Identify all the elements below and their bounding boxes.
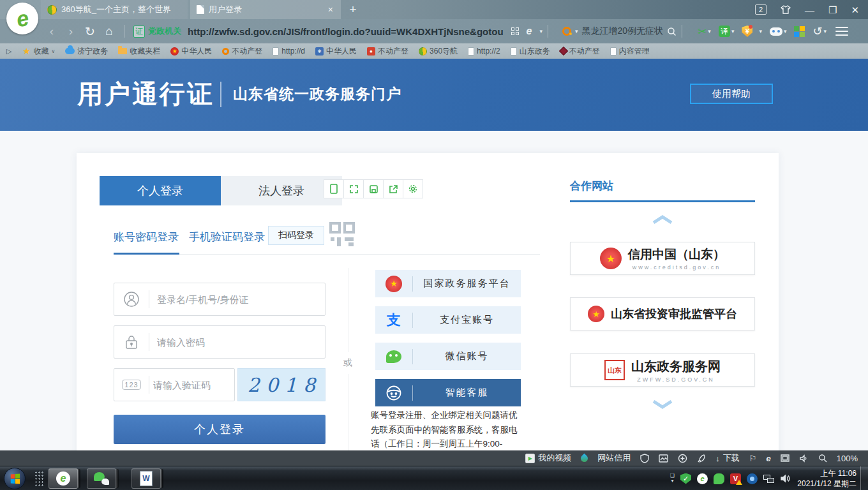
volume-icon[interactable]	[780, 474, 790, 483]
browser-tab-login[interactable]: 用户登录 ×	[190, 0, 341, 19]
bookmark-item[interactable]: 济宁政务	[65, 46, 108, 57]
zoom-level[interactable]: 100%	[837, 454, 858, 463]
chevron-down-icon[interactable]	[647, 399, 678, 412]
screenshot-tool-button[interactable]: ✂▾	[695, 25, 714, 38]
games-button[interactable]: ▾	[767, 27, 789, 36]
translate-button[interactable]: 译▾	[716, 26, 737, 37]
search-query[interactable]: 黑龙江增20例无症状	[582, 26, 664, 37]
zoom-search-icon[interactable]	[818, 454, 827, 463]
help-button[interactable]: 使用帮助	[690, 84, 773, 104]
start-button[interactable]	[4, 468, 26, 489]
image-mode-icon[interactable]	[659, 454, 668, 463]
tab-password-login[interactable]: 账号密码登录	[114, 230, 179, 244]
search-icon[interactable]	[667, 27, 677, 36]
wallet-shield-button[interactable]: ¥▾	[739, 26, 765, 37]
home-button[interactable]: ⌂	[100, 24, 119, 38]
tray-wechat-icon[interactable]	[714, 473, 724, 484]
bookmark-item[interactable]: ❄中华人民	[315, 46, 357, 57]
chevron-up-icon[interactable]	[647, 214, 678, 227]
bookmark-item[interactable]: 山东政务	[511, 46, 550, 57]
bookmarks-expand-icon[interactable]: ▷	[6, 47, 11, 56]
site-cert-badge[interactable]: 证 党政机关	[133, 26, 181, 38]
apps-grid-button[interactable]	[791, 26, 807, 37]
tray-vmware-warning-icon[interactable]: V	[730, 473, 741, 484]
bookmark-folder[interactable]: 收藏夹栏	[118, 46, 160, 57]
tab-sms-login[interactable]: 手机验证码登录	[189, 230, 265, 244]
qr-login-icon[interactable]	[329, 222, 355, 250]
flag-feedback-icon[interactable]: ⚐	[749, 454, 757, 463]
360-page-icon[interactable]: e	[527, 26, 532, 37]
mobile-view-icon[interactable]	[324, 179, 344, 198]
tray-expand-icon[interactable]: ❏▾	[670, 473, 675, 484]
bookmark-item[interactable]: http://2	[468, 47, 500, 56]
speed-mode-icon[interactable]	[678, 454, 687, 463]
partner-shandong-gov-service[interactable]: 山东 山东政务服务网 ZWFW.SD.GOV.CN	[570, 353, 755, 387]
browser-360-logo[interactable]: e	[6, 3, 38, 34]
download-button[interactable]: ↓下载	[715, 452, 740, 464]
username-input[interactable]	[149, 294, 325, 305]
tray-360-browser-icon[interactable]: e	[697, 473, 708, 484]
menu-button[interactable]	[835, 24, 848, 38]
address-dropdown-icon[interactable]: ▾	[539, 28, 542, 34]
bookmarks-bar: ▷ ★收藏∨ 济宁政务 收藏夹栏 ★中华人民 不动产登 http://d ❄中华…	[0, 43, 868, 59]
search-engine-dropdown-icon[interactable]: ▾	[575, 28, 578, 34]
tab-personal-login[interactable]: 个人登录	[100, 176, 221, 205]
minimize-button[interactable]: —	[805, 5, 814, 15]
partner-investment-platform[interactable]: ★ 山东省投资审批监管平台	[570, 297, 755, 330]
taskbar-clock[interactable]: 上午 11:06 2021/1/12 星期二	[797, 468, 857, 489]
personal-login-submit-button[interactable]: 个人登录	[114, 415, 326, 444]
bookmark-item[interactable]: 不动产登	[222, 46, 262, 57]
tab-close-icon[interactable]: ×	[327, 4, 334, 15]
share-icon[interactable]	[383, 179, 403, 198]
refresh-button[interactable]: ↻	[80, 24, 100, 39]
bookmark-item[interactable]: 内容管理	[610, 46, 650, 57]
tray-blue-app-icon[interactable]	[747, 473, 758, 484]
login-alipay[interactable]: 支 支付宝账号	[375, 306, 521, 334]
restore-button[interactable]: ❐	[828, 5, 837, 15]
taskbar-360browser-button[interactable]: e	[49, 468, 78, 489]
smart-customer-service-button[interactable]: 智能客服	[375, 379, 521, 406]
bookmark-item[interactable]: 360导航	[419, 46, 458, 57]
tray-360-security-icon[interactable]: ✓	[680, 473, 691, 484]
search-engine-icon[interactable]	[562, 27, 571, 36]
search-box[interactable]: ▾ 黑龙江增20例无症状	[562, 26, 677, 37]
back-button[interactable]: ‹	[42, 24, 61, 38]
rocket-boost-icon[interactable]	[697, 454, 706, 463]
bookmark-item[interactable]: 不动产登	[560, 46, 600, 57]
network-icon[interactable]	[763, 473, 774, 484]
tab-count-badge[interactable]: 2	[755, 4, 767, 15]
my-video-button[interactable]: ▶我的视频	[525, 452, 571, 464]
taskbar-wps-button[interactable]: W	[131, 468, 161, 489]
bookmark-item[interactable]: http://d	[273, 47, 305, 56]
login-wechat[interactable]: 微信账号	[375, 343, 521, 370]
address-bar-url[interactable]: http://zwfw.sd.gov.cn/JIS/front/login.do…	[188, 26, 504, 37]
bookmark-item[interactable]: ●不动产登	[367, 46, 408, 57]
qr-code-icon[interactable]	[511, 27, 519, 35]
save-page-icon[interactable]	[363, 179, 384, 198]
theme-skin-icon[interactable]	[781, 5, 791, 14]
undo-closed-tab-button[interactable]: ↺▾	[810, 24, 829, 38]
scan-login-tag[interactable]: 扫码登录	[268, 226, 324, 245]
window-mode-icon[interactable]	[781, 454, 789, 462]
captcha-input[interactable]	[149, 380, 234, 390]
site-credit-button[interactable]: 网站信用	[597, 452, 631, 464]
new-tab-button[interactable]: +	[345, 1, 361, 18]
national-emblem-icon: ★	[600, 248, 622, 269]
bookmark-item[interactable]: ★中华人民	[170, 46, 212, 57]
taskbar-wechat-button[interactable]	[87, 468, 116, 489]
close-button[interactable]: ✕	[851, 5, 859, 15]
show-desktop-button[interactable]	[860, 466, 868, 490]
shield-icon[interactable]	[640, 454, 649, 463]
mute-speaker-icon[interactable]	[799, 454, 809, 463]
fullscreen-icon[interactable]	[343, 179, 364, 198]
browser-tab-360nav[interactable]: 360导航_一个主页，整个世界	[41, 0, 188, 19]
partner-credit-china[interactable]: ★ 信用中国（山东） www.creditsd.gov.cn	[570, 242, 755, 275]
login-national-platform[interactable]: ★ 国家政务服务平台	[375, 270, 521, 297]
bookmark-favorites[interactable]: ★收藏∨	[22, 46, 55, 57]
water-drop-icon[interactable]	[580, 453, 590, 463]
ie-mode-icon[interactable]: e	[767, 454, 771, 463]
captcha-image[interactable]: 2018	[237, 368, 326, 401]
gear-icon[interactable]	[403, 179, 423, 198]
password-input[interactable]	[149, 337, 325, 348]
forward-button[interactable]: ›	[61, 24, 80, 38]
